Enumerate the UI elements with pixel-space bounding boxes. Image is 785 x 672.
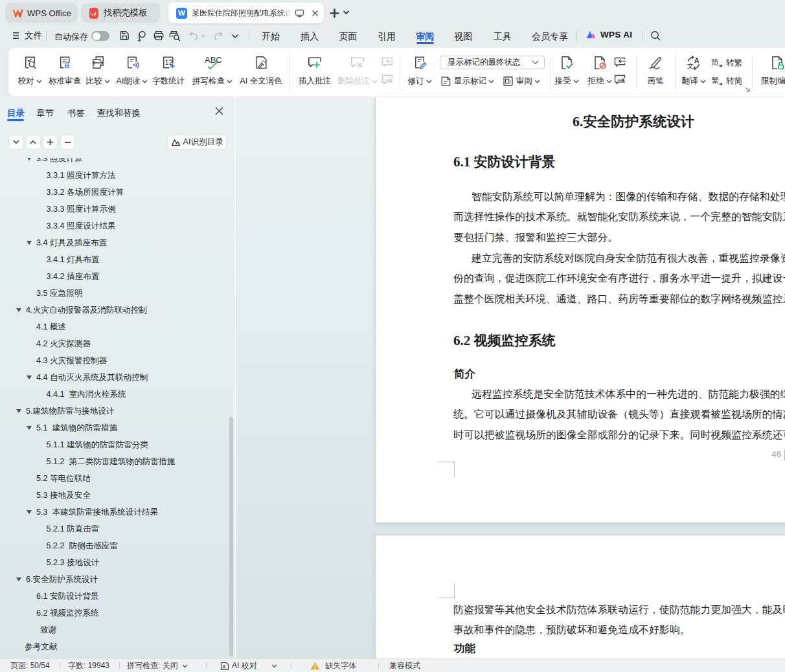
wps-ai-button[interactable]: WPS AI [586, 30, 632, 39]
toc-item[interactable]: 参考文献 [0, 638, 228, 654]
menu-tab-1[interactable]: 开始 [262, 28, 280, 45]
previous-comment-icon[interactable] [381, 56, 394, 68]
toc-item[interactable]: 5.3 本建筑防雷接地系统设计结果 [0, 504, 228, 521]
toc-item[interactable]: 4.3 火灾报警控制器 [0, 352, 228, 369]
toc-item[interactable]: 5.2.3 接地设计 [0, 554, 228, 571]
markup-state-combobox[interactable]: 显示标记的最终状态 [440, 56, 545, 70]
toc-expand-triangle-icon[interactable] [27, 241, 32, 245]
status-compat-mode[interactable]: 兼容模式 [389, 659, 420, 672]
undo-caret-icon[interactable] [201, 34, 206, 38]
menu-tab-8[interactable]: 会员专享 [532, 28, 568, 45]
toc-item[interactable]: 5.2.2 防侧击感应雷 [0, 537, 228, 554]
toc-expand-triangle-icon[interactable] [16, 308, 21, 312]
separate-window-icon[interactable] [295, 9, 304, 17]
toc-item[interactable]: 5.2 等电位联结 [0, 470, 228, 487]
document-page-2[interactable]: 防盗报警等其他安全技术防范体系联动运行，使防范能力更加强大，能及时发事故和事件的… [375, 535, 785, 658]
sidebar-scrollbar-thumb[interactable] [229, 417, 233, 656]
menu-tab-7[interactable]: 工具 [494, 28, 512, 45]
status-spell-caret-icon[interactable] [182, 664, 188, 668]
close-tab-icon[interactable] [312, 10, 319, 17]
toc-item[interactable]: 6.安全防护系统设计 [0, 571, 228, 588]
next-revision-icon[interactable] [613, 74, 626, 85]
sidebar-tab-2[interactable]: 章节 [36, 107, 54, 119]
toc-item[interactable]: 3.3.2 各场所照度计算 [0, 184, 228, 201]
restrict-editing-button[interactable]: 限制编辑 [751, 48, 785, 96]
sidebar-tab-4[interactable]: 查找和替换 [97, 107, 141, 119]
toc-item[interactable]: 3.3.1 照度计算方法 [0, 167, 228, 184]
toc-item[interactable]: 3.4.2 插座布置 [0, 268, 228, 285]
menu-tab-4[interactable]: 引用 [378, 28, 396, 45]
toc-expand-triangle-icon[interactable] [27, 158, 32, 161]
toc-zoom-in-button[interactable] [43, 135, 58, 150]
toc-item[interactable]: 5.1.2 第二类防雷建筑物的防雷措施 [0, 453, 228, 470]
translate-button[interactable]: A 文 翻译 [676, 48, 712, 96]
ai-recognize-toc-button[interactable]: AI识别目录 [167, 135, 227, 150]
spell-check-button[interactable]: ABC 拼写检查 [185, 48, 240, 96]
sidebar-tab-1[interactable]: 目录 [7, 107, 25, 119]
toc-expand-triangle-icon[interactable] [27, 375, 32, 379]
qat-more-chevron-icon[interactable] [231, 34, 239, 39]
toc-item[interactable]: 6.1 安防设计背景 [0, 588, 228, 605]
ink-brush-button[interactable]: 画笔 [637, 48, 674, 96]
status-ai-proofread[interactable]: AI 校对 [232, 659, 257, 672]
tab-docer[interactable]: 找稻壳模板 [81, 3, 160, 23]
undo-icon[interactable] [188, 31, 198, 40]
toc-item[interactable]: 4.火灾自动报警器及消防联动控制 [0, 302, 228, 319]
toc-item[interactable]: 3.4 灯具及插座布置 [0, 234, 228, 251]
toc-item[interactable]: 5.1.1 建筑物的防雷防雷分类 [0, 436, 228, 453]
toc-item[interactable]: 致谢 [0, 622, 228, 638]
autosave-toggle[interactable] [91, 31, 109, 41]
toc-expand-triangle-icon[interactable] [27, 426, 32, 430]
delete-comment-button[interactable]: 删除批注 [330, 48, 385, 96]
document-page-1[interactable]: 6.安全防护系统设计 6.1 安防设计背景 智能安防系统可以简单理解为：图像的传… [375, 97, 785, 523]
save-icon[interactable] [119, 30, 130, 41]
tab-wps-office[interactable]: WPS Office [5, 3, 78, 23]
file-menu-button[interactable]: 文件 [12, 26, 42, 45]
toc-item[interactable]: 5.3 接地及安全 [0, 487, 228, 504]
show-markup-button[interactable]: 显示标记 [440, 74, 497, 87]
toc-item[interactable]: 4.2 火灾探测器 [0, 335, 228, 352]
toc-expand-triangle-icon[interactable] [16, 409, 21, 413]
status-word-count[interactable]: 字数: 19943 [68, 659, 109, 672]
reject-button[interactable]: 拒绝 [580, 48, 619, 96]
toc-expand-button[interactable] [26, 135, 41, 150]
toc-collapse-button[interactable] [8, 135, 23, 150]
next-comment-icon[interactable] [381, 74, 394, 85]
status-missing-font[interactable]: 缺失字体 [325, 659, 356, 672]
menu-tab-3[interactable]: 页面 [339, 28, 358, 45]
dialog-launcher-icon[interactable] [745, 87, 751, 93]
redo-icon[interactable] [214, 31, 223, 40]
toc-item[interactable]: 3.4.1 灯具布置 [0, 251, 228, 268]
to-traditional-button[interactable]: 简 转繁 [711, 56, 742, 69]
toc-item[interactable]: 3.3 照度计算 [0, 158, 228, 167]
tab-list-chevron-icon[interactable] [343, 10, 350, 15]
toc-zoom-out-button[interactable] [60, 135, 75, 150]
status-page-indicator[interactable]: 页面: 50/54 [10, 659, 50, 672]
sidebar-close-icon[interactable] [215, 107, 223, 115]
print-icon[interactable] [154, 30, 164, 41]
toc-item[interactable]: 5.2.1 防直击雷 [0, 521, 228, 537]
toc-expand-triangle-icon[interactable] [27, 510, 32, 514]
track-changes-button[interactable]: 修订 [400, 48, 439, 96]
sidebar-tab-3[interactable]: 书签 [67, 107, 85, 119]
toc-item[interactable]: 3.5 应急照明 [0, 285, 228, 302]
review-pane-button[interactable]: 审阅 [503, 74, 543, 87]
toc-item[interactable]: 3.3.4 照度设计结果 [0, 218, 228, 234]
toc-item[interactable]: 4.4.1 室内消火栓系统 [0, 386, 228, 403]
print-preview-icon[interactable] [169, 30, 181, 41]
new-tab-icon[interactable] [329, 8, 340, 19]
toc-item[interactable]: 6.2 视频监控系统 [0, 605, 228, 622]
export-pdf-icon[interactable] [136, 30, 146, 41]
toc-item[interactable]: 3.3.3 照度计算示例 [0, 201, 228, 218]
toc-item[interactable]: 4.4 自动灭火系统及其联动控制 [0, 369, 228, 386]
previous-revision-icon[interactable] [613, 56, 626, 68]
status-ai-caret-icon[interactable] [271, 664, 277, 668]
status-spell-check[interactable]: 拼写检查: 关闭 [127, 659, 178, 672]
menu-tab-6[interactable]: 视图 [454, 28, 472, 45]
toc-item[interactable]: 5.建筑物防雷与接地设计 [0, 403, 228, 420]
ai-polish-button[interactable]: AI 全文润色 [233, 48, 289, 96]
search-icon[interactable] [650, 30, 661, 41]
ai-proofread-icon[interactable] [220, 662, 229, 671]
toc-item[interactable]: 4.1 概述 [0, 319, 228, 335]
menu-tab-2[interactable]: 插入 [301, 28, 319, 45]
